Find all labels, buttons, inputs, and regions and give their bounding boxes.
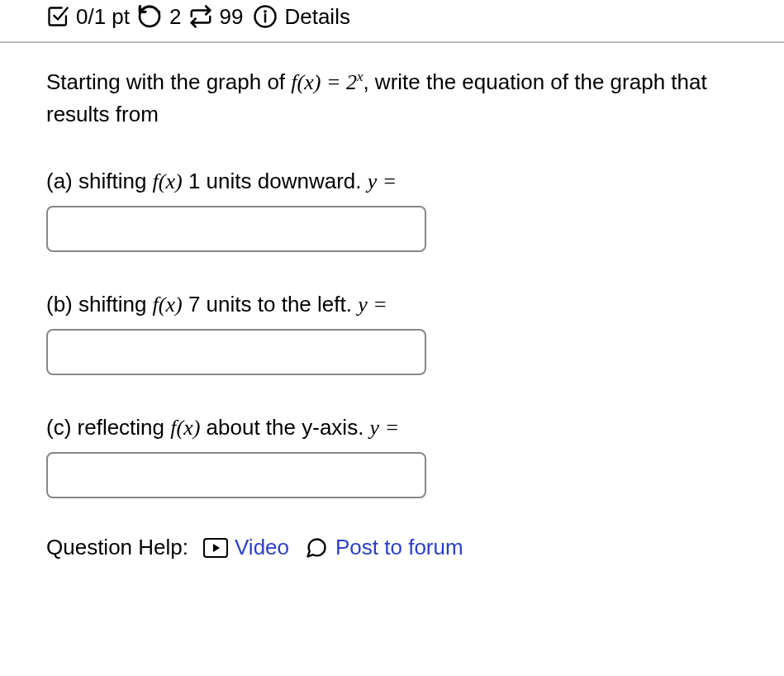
- video-icon: [203, 538, 228, 558]
- details-link[interactable]: Details: [284, 4, 349, 30]
- help-label: Question Help:: [46, 535, 188, 560]
- reattempt-icon: [188, 4, 213, 29]
- retry-icon: [136, 3, 163, 30]
- part-c: (c) reflecting f(x) about the y-axis. y …: [46, 412, 738, 498]
- svg-marker-4: [213, 544, 220, 552]
- part-b: (b) shifting f(x) 7 units to the left. y…: [46, 288, 738, 375]
- answer-input-b[interactable]: [46, 329, 426, 375]
- answer-input-a[interactable]: [46, 206, 426, 252]
- answer-input-c[interactable]: [46, 452, 426, 498]
- question-header: 0/1 pt 2 99 Details: [0, 0, 784, 43]
- forum-link[interactable]: Post to forum: [304, 535, 463, 560]
- question-container: 0/1 pt 2 99 Details Starting with the gr…: [0, 0, 784, 572]
- attempts-text: 2: [169, 4, 181, 30]
- question-intro: Starting with the graph of f(x) = 2x, wr…: [46, 66, 738, 131]
- part-c-label: (c) reflecting f(x) about the y-axis. y …: [46, 412, 738, 444]
- tries-text: 99: [220, 4, 244, 30]
- info-icon[interactable]: [253, 4, 278, 29]
- part-b-label: (b) shifting f(x) 7 units to the left. y…: [46, 288, 738, 321]
- help-row: Question Help: Video Post to forum: [46, 535, 738, 560]
- part-a: (a) shifting f(x) 1 units downward. y =: [46, 165, 738, 252]
- video-link[interactable]: Video: [203, 535, 289, 560]
- question-content: Starting with the graph of f(x) = 2x, wr…: [0, 43, 784, 572]
- forum-icon: [304, 536, 329, 559]
- svg-point-2: [265, 11, 266, 12]
- part-a-label: (a) shifting f(x) 1 units downward. y =: [46, 165, 738, 198]
- points-text: 0/1 pt: [76, 4, 130, 30]
- checkbox-icon: [46, 5, 69, 28]
